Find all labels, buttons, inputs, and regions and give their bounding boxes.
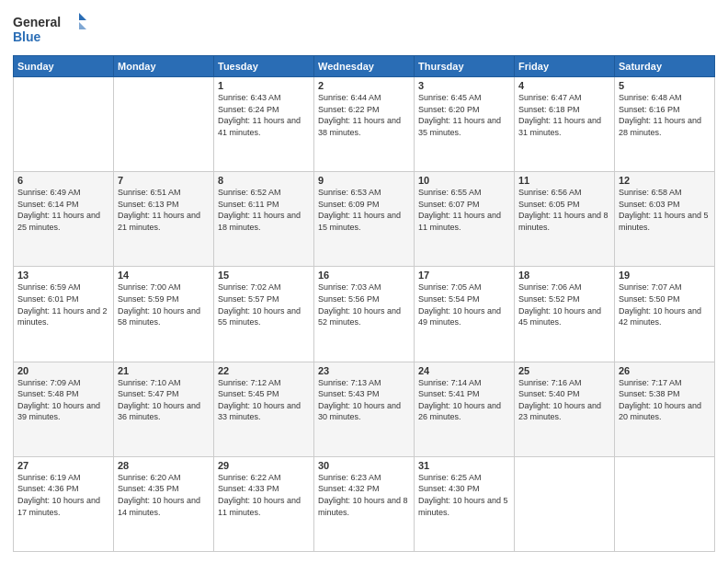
day-number: 1 (218, 80, 310, 91)
day-number: 29 (218, 460, 310, 471)
calendar-cell: 11Sunrise: 6:56 AMSunset: 6:05 PMDayligh… (515, 172, 615, 267)
day-info: Sunrise: 6:19 AMSunset: 4:36 PMDaylight:… (17, 472, 109, 518)
weekday-header-sunday: Sunday (14, 56, 114, 77)
calendar-cell: 6Sunrise: 6:49 AMSunset: 6:14 PMDaylight… (14, 172, 114, 267)
day-number: 23 (318, 365, 410, 376)
day-number: 8 (218, 175, 310, 186)
day-info: Sunrise: 6:48 AMSunset: 6:16 PMDaylight:… (619, 92, 711, 138)
weekday-header-monday: Monday (114, 56, 214, 77)
weekday-header-saturday: Saturday (615, 56, 715, 77)
calendar-cell: 17Sunrise: 7:05 AMSunset: 5:54 PMDayligh… (415, 267, 515, 362)
calendar-cell: 3Sunrise: 6:45 AMSunset: 6:20 PMDaylight… (415, 77, 515, 172)
svg-text:General: General (13, 15, 61, 29)
day-info: Sunrise: 6:56 AMSunset: 6:05 PMDaylight:… (518, 187, 610, 233)
day-number: 2 (318, 80, 410, 91)
day-number: 30 (318, 460, 410, 471)
calendar-cell: 13Sunrise: 6:59 AMSunset: 6:01 PMDayligh… (14, 267, 114, 362)
weekday-header-thursday: Thursday (415, 56, 515, 77)
day-info: Sunrise: 6:59 AMSunset: 6:01 PMDaylight:… (17, 282, 109, 327)
page: General Blue SundayMondayTuesdayWednesda… (0, 0, 728, 563)
calendar-cell: 4Sunrise: 6:47 AMSunset: 6:18 PMDaylight… (515, 77, 615, 172)
calendar-cell: 20Sunrise: 7:09 AMSunset: 5:48 PMDayligh… (14, 362, 114, 456)
day-info: Sunrise: 7:05 AMSunset: 5:54 PMDaylight:… (418, 282, 510, 327)
day-info: Sunrise: 7:07 AMSunset: 5:50 PMDaylight:… (619, 282, 711, 327)
day-info: Sunrise: 7:16 AMSunset: 5:40 PMDaylight:… (518, 377, 610, 423)
logo-svg: General Blue (13, 11, 86, 48)
day-number: 14 (118, 270, 210, 281)
calendar-cell: 18Sunrise: 7:06 AMSunset: 5:52 PMDayligh… (515, 267, 615, 362)
day-info: Sunrise: 6:47 AMSunset: 6:18 PMDaylight:… (518, 92, 610, 138)
calendar-cell: 8Sunrise: 6:52 AMSunset: 6:11 PMDaylight… (214, 172, 314, 267)
day-info: Sunrise: 6:44 AMSunset: 6:22 PMDaylight:… (318, 92, 410, 138)
calendar-table: SundayMondayTuesdayWednesdayThursdayFrid… (13, 55, 715, 552)
day-info: Sunrise: 7:10 AMSunset: 5:47 PMDaylight:… (118, 377, 210, 423)
calendar-cell: 15Sunrise: 7:02 AMSunset: 5:57 PMDayligh… (214, 267, 314, 362)
day-number: 11 (518, 175, 610, 186)
week-row-4: 20Sunrise: 7:09 AMSunset: 5:48 PMDayligh… (14, 362, 715, 456)
day-info: Sunrise: 7:00 AMSunset: 5:59 PMDaylight:… (118, 282, 210, 327)
day-number: 18 (518, 270, 610, 281)
header: General Blue (13, 11, 715, 48)
day-info: Sunrise: 6:53 AMSunset: 6:09 PMDaylight:… (318, 187, 410, 233)
calendar-cell (114, 77, 214, 172)
day-info: Sunrise: 6:55 AMSunset: 6:07 PMDaylight:… (418, 187, 510, 233)
day-info: Sunrise: 7:02 AMSunset: 5:57 PMDaylight:… (218, 282, 310, 327)
svg-marker-3 (79, 22, 86, 29)
day-number: 9 (318, 175, 410, 186)
calendar-cell: 26Sunrise: 7:17 AMSunset: 5:38 PMDayligh… (615, 362, 715, 456)
calendar-cell: 1Sunrise: 6:43 AMSunset: 6:24 PMDaylight… (214, 77, 314, 172)
calendar-cell: 27Sunrise: 6:19 AMSunset: 4:36 PMDayligh… (14, 456, 114, 551)
day-number: 25 (518, 365, 610, 376)
day-number: 7 (118, 175, 210, 186)
calendar-cell: 21Sunrise: 7:10 AMSunset: 5:47 PMDayligh… (114, 362, 214, 456)
calendar-cell: 5Sunrise: 6:48 AMSunset: 6:16 PMDaylight… (615, 77, 715, 172)
day-info: Sunrise: 6:43 AMSunset: 6:24 PMDaylight:… (218, 92, 310, 138)
day-info: Sunrise: 7:14 AMSunset: 5:41 PMDaylight:… (418, 377, 510, 423)
day-info: Sunrise: 6:22 AMSunset: 4:33 PMDaylight:… (218, 472, 310, 518)
day-info: Sunrise: 6:49 AMSunset: 6:14 PMDaylight:… (17, 187, 109, 233)
day-number: 26 (619, 365, 711, 376)
day-number: 16 (318, 270, 410, 281)
day-number: 5 (619, 80, 711, 91)
day-number: 12 (619, 175, 711, 186)
week-row-1: 1Sunrise: 6:43 AMSunset: 6:24 PMDaylight… (14, 77, 715, 172)
calendar-cell: 29Sunrise: 6:22 AMSunset: 4:33 PMDayligh… (214, 456, 314, 551)
calendar-cell: 14Sunrise: 7:00 AMSunset: 5:59 PMDayligh… (114, 267, 214, 362)
weekday-header-friday: Friday (515, 56, 615, 77)
day-number: 4 (518, 80, 610, 91)
calendar-cell (515, 456, 615, 551)
calendar-cell: 7Sunrise: 6:51 AMSunset: 6:13 PMDaylight… (114, 172, 214, 267)
day-info: Sunrise: 6:52 AMSunset: 6:11 PMDaylight:… (218, 187, 310, 233)
day-number: 20 (17, 365, 109, 376)
week-row-2: 6Sunrise: 6:49 AMSunset: 6:14 PMDaylight… (14, 172, 715, 267)
week-row-5: 27Sunrise: 6:19 AMSunset: 4:36 PMDayligh… (14, 456, 715, 551)
day-number: 24 (418, 365, 510, 376)
day-info: Sunrise: 6:25 AMSunset: 4:30 PMDaylight:… (418, 472, 510, 518)
calendar-cell: 24Sunrise: 7:14 AMSunset: 5:41 PMDayligh… (415, 362, 515, 456)
svg-marker-2 (79, 13, 86, 20)
day-number: 31 (418, 460, 510, 471)
calendar-cell: 30Sunrise: 6:23 AMSunset: 4:32 PMDayligh… (314, 456, 415, 551)
calendar-cell: 16Sunrise: 7:03 AMSunset: 5:56 PMDayligh… (314, 267, 415, 362)
weekday-header-tuesday: Tuesday (214, 56, 314, 77)
calendar-cell: 23Sunrise: 7:13 AMSunset: 5:43 PMDayligh… (314, 362, 415, 456)
day-number: 22 (218, 365, 310, 376)
calendar-cell: 31Sunrise: 6:25 AMSunset: 4:30 PMDayligh… (415, 456, 515, 551)
day-info: Sunrise: 7:06 AMSunset: 5:52 PMDaylight:… (518, 282, 610, 327)
calendar-cell: 2Sunrise: 6:44 AMSunset: 6:22 PMDaylight… (314, 77, 415, 172)
calendar-cell: 22Sunrise: 7:12 AMSunset: 5:45 PMDayligh… (214, 362, 314, 456)
day-number: 28 (118, 460, 210, 471)
day-number: 17 (418, 270, 510, 281)
day-number: 10 (418, 175, 510, 186)
day-info: Sunrise: 6:51 AMSunset: 6:13 PMDaylight:… (118, 187, 210, 233)
day-info: Sunrise: 6:20 AMSunset: 4:35 PMDaylight:… (118, 472, 210, 518)
week-row-3: 13Sunrise: 6:59 AMSunset: 6:01 PMDayligh… (14, 267, 715, 362)
calendar-cell: 10Sunrise: 6:55 AMSunset: 6:07 PMDayligh… (415, 172, 515, 267)
weekday-header-wednesday: Wednesday (314, 56, 415, 77)
day-info: Sunrise: 7:13 AMSunset: 5:43 PMDaylight:… (318, 377, 410, 423)
day-number: 15 (218, 270, 310, 281)
day-info: Sunrise: 6:45 AMSunset: 6:20 PMDaylight:… (418, 92, 510, 138)
calendar-cell: 19Sunrise: 7:07 AMSunset: 5:50 PMDayligh… (615, 267, 715, 362)
day-number: 21 (118, 365, 210, 376)
day-number: 6 (17, 175, 109, 186)
